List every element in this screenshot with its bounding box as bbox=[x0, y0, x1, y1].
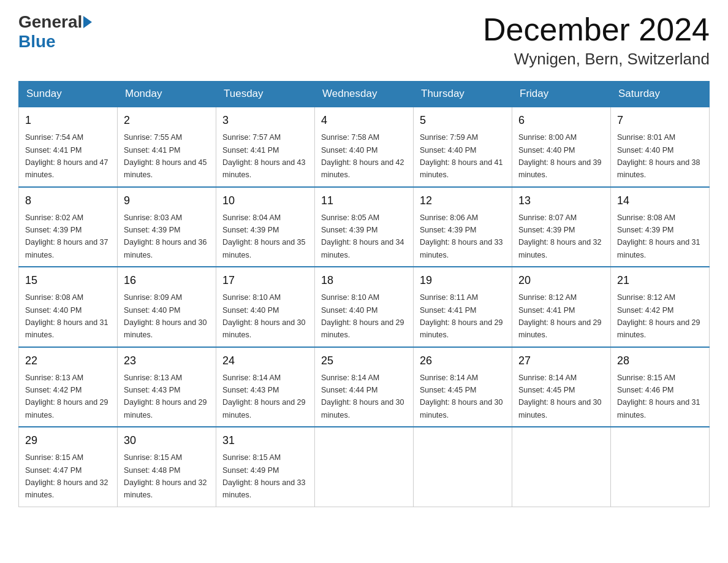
location-text: Wynigen, Bern, Switzerland bbox=[483, 50, 710, 69]
day-number: 28 bbox=[617, 353, 703, 369]
day-number: 15 bbox=[25, 272, 111, 289]
calendar-cell: 9 Sunrise: 8:03 AMSunset: 4:39 PMDayligh… bbox=[118, 187, 216, 267]
calendar-cell: 17 Sunrise: 8:10 AMSunset: 4:40 PMDaylig… bbox=[216, 267, 315, 347]
day-number: 27 bbox=[518, 353, 604, 369]
header-sunday: Sunday bbox=[19, 82, 118, 107]
day-info: Sunrise: 8:10 AMSunset: 4:40 PMDaylight:… bbox=[321, 293, 404, 339]
day-number: 17 bbox=[222, 272, 308, 289]
day-info: Sunrise: 8:15 AMSunset: 4:46 PMDaylight:… bbox=[617, 373, 700, 419]
day-info: Sunrise: 7:59 AMSunset: 4:40 PMDaylight:… bbox=[420, 133, 503, 179]
day-number: 12 bbox=[420, 193, 506, 209]
day-info: Sunrise: 8:04 AMSunset: 4:39 PMDaylight:… bbox=[222, 213, 306, 259]
calendar-cell: 21 Sunrise: 8:12 AMSunset: 4:42 PMDaylig… bbox=[611, 267, 710, 347]
calendar-cell: 20 Sunrise: 8:12 AMSunset: 4:41 PMDaylig… bbox=[512, 267, 611, 347]
month-title: December 2024 bbox=[483, 12, 710, 47]
calendar-cell: 27 Sunrise: 8:14 AMSunset: 4:45 PMDaylig… bbox=[512, 347, 611, 427]
day-number: 4 bbox=[321, 112, 407, 129]
header-saturday: Saturday bbox=[611, 82, 710, 107]
calendar-cell: 28 Sunrise: 8:15 AMSunset: 4:46 PMDaylig… bbox=[611, 347, 710, 427]
calendar-week-3: 15 Sunrise: 8:08 AMSunset: 4:40 PMDaylig… bbox=[19, 267, 710, 347]
day-number: 19 bbox=[420, 272, 506, 289]
day-info: Sunrise: 8:15 AMSunset: 4:49 PMDaylight:… bbox=[222, 453, 306, 499]
title-area: December 2024 Wynigen, Bern, Switzerland bbox=[483, 12, 710, 69]
calendar-cell bbox=[414, 427, 512, 507]
calendar-cell: 26 Sunrise: 8:14 AMSunset: 4:45 PMDaylig… bbox=[414, 347, 512, 427]
calendar-week-4: 22 Sunrise: 8:13 AMSunset: 4:42 PMDaylig… bbox=[19, 347, 710, 427]
calendar-cell: 11 Sunrise: 8:05 AMSunset: 4:39 PMDaylig… bbox=[315, 187, 414, 267]
header-tuesday: Tuesday bbox=[216, 82, 315, 107]
calendar-week-2: 8 Sunrise: 8:02 AMSunset: 4:39 PMDayligh… bbox=[19, 187, 710, 267]
day-info: Sunrise: 8:12 AMSunset: 4:41 PMDaylight:… bbox=[518, 293, 602, 339]
calendar-cell: 24 Sunrise: 8:14 AMSunset: 4:43 PMDaylig… bbox=[216, 347, 315, 427]
day-number: 16 bbox=[124, 272, 210, 289]
calendar-table: Sunday Monday Tuesday Wednesday Thursday… bbox=[18, 81, 710, 507]
calendar-week-5: 29 Sunrise: 8:15 AMSunset: 4:47 PMDaylig… bbox=[19, 427, 710, 507]
calendar-cell: 2 Sunrise: 7:55 AMSunset: 4:41 PMDayligh… bbox=[118, 107, 216, 187]
day-info: Sunrise: 8:06 AMSunset: 4:39 PMDaylight:… bbox=[420, 213, 503, 259]
day-info: Sunrise: 8:05 AMSunset: 4:39 PMDaylight:… bbox=[321, 213, 404, 259]
day-info: Sunrise: 8:14 AMSunset: 4:44 PMDaylight:… bbox=[321, 373, 404, 419]
day-number: 11 bbox=[321, 193, 407, 209]
calendar-cell: 23 Sunrise: 8:13 AMSunset: 4:43 PMDaylig… bbox=[118, 347, 216, 427]
logo-general-text: General bbox=[18, 12, 82, 32]
day-info: Sunrise: 8:13 AMSunset: 4:42 PMDaylight:… bbox=[25, 373, 108, 419]
calendar-cell: 31 Sunrise: 8:15 AMSunset: 4:49 PMDaylig… bbox=[216, 427, 315, 507]
calendar-cell: 4 Sunrise: 7:58 AMSunset: 4:40 PMDayligh… bbox=[315, 107, 414, 187]
day-info: Sunrise: 8:07 AMSunset: 4:39 PMDaylight:… bbox=[518, 213, 602, 259]
day-number: 29 bbox=[25, 432, 111, 449]
day-number: 18 bbox=[321, 272, 407, 289]
calendar-cell: 10 Sunrise: 8:04 AMSunset: 4:39 PMDaylig… bbox=[216, 187, 315, 267]
day-info: Sunrise: 8:09 AMSunset: 4:40 PMDaylight:… bbox=[124, 293, 207, 339]
calendar-cell: 22 Sunrise: 8:13 AMSunset: 4:42 PMDaylig… bbox=[19, 347, 118, 427]
calendar-cell: 29 Sunrise: 8:15 AMSunset: 4:47 PMDaylig… bbox=[19, 427, 118, 507]
day-number: 5 bbox=[420, 112, 506, 129]
day-info: Sunrise: 8:02 AMSunset: 4:39 PMDaylight:… bbox=[25, 213, 108, 259]
calendar-cell bbox=[512, 427, 611, 507]
day-info: Sunrise: 8:13 AMSunset: 4:43 PMDaylight:… bbox=[124, 373, 207, 419]
day-number: 25 bbox=[321, 353, 407, 369]
day-info: Sunrise: 8:12 AMSunset: 4:42 PMDaylight:… bbox=[617, 293, 700, 339]
day-info: Sunrise: 8:14 AMSunset: 4:45 PMDaylight:… bbox=[518, 373, 602, 419]
day-number: 14 bbox=[617, 193, 703, 209]
day-number: 13 bbox=[518, 193, 604, 209]
calendar-cell: 30 Sunrise: 8:15 AMSunset: 4:48 PMDaylig… bbox=[118, 427, 216, 507]
calendar-cell: 19 Sunrise: 8:11 AMSunset: 4:41 PMDaylig… bbox=[414, 267, 512, 347]
calendar-cell bbox=[315, 427, 414, 507]
calendar-header-row: Sunday Monday Tuesday Wednesday Thursday… bbox=[19, 82, 710, 107]
day-number: 24 bbox=[222, 353, 308, 369]
day-info: Sunrise: 8:15 AMSunset: 4:48 PMDaylight:… bbox=[124, 453, 207, 499]
day-number: 1 bbox=[25, 112, 111, 129]
day-info: Sunrise: 8:10 AMSunset: 4:40 PMDaylight:… bbox=[222, 293, 306, 339]
calendar-week-1: 1 Sunrise: 7:54 AMSunset: 4:41 PMDayligh… bbox=[19, 107, 710, 187]
calendar-cell: 13 Sunrise: 8:07 AMSunset: 4:39 PMDaylig… bbox=[512, 187, 611, 267]
calendar-cell: 3 Sunrise: 7:57 AMSunset: 4:41 PMDayligh… bbox=[216, 107, 315, 187]
day-number: 8 bbox=[25, 193, 111, 209]
day-info: Sunrise: 8:00 AMSunset: 4:40 PMDaylight:… bbox=[518, 133, 602, 179]
header-friday: Friday bbox=[512, 82, 611, 107]
calendar-cell bbox=[611, 427, 710, 507]
day-number: 20 bbox=[518, 272, 604, 289]
day-info: Sunrise: 7:57 AMSunset: 4:41 PMDaylight:… bbox=[222, 133, 306, 179]
calendar-cell: 1 Sunrise: 7:54 AMSunset: 4:41 PMDayligh… bbox=[19, 107, 118, 187]
page-header: General Blue December 2024 Wynigen, Bern… bbox=[18, 12, 710, 69]
logo-blue-text: Blue bbox=[18, 32, 56, 52]
header-thursday: Thursday bbox=[414, 82, 512, 107]
day-number: 26 bbox=[420, 353, 506, 369]
day-info: Sunrise: 8:03 AMSunset: 4:39 PMDaylight:… bbox=[124, 213, 207, 259]
day-info: Sunrise: 8:14 AMSunset: 4:43 PMDaylight:… bbox=[222, 373, 306, 419]
day-info: Sunrise: 8:14 AMSunset: 4:45 PMDaylight:… bbox=[420, 373, 503, 419]
calendar-cell: 14 Sunrise: 8:08 AMSunset: 4:39 PMDaylig… bbox=[611, 187, 710, 267]
day-number: 21 bbox=[617, 272, 703, 289]
day-info: Sunrise: 8:01 AMSunset: 4:40 PMDaylight:… bbox=[617, 133, 700, 179]
day-number: 23 bbox=[124, 353, 210, 369]
logo: General Blue bbox=[18, 12, 93, 52]
calendar-cell: 8 Sunrise: 8:02 AMSunset: 4:39 PMDayligh… bbox=[19, 187, 118, 267]
day-number: 2 bbox=[124, 112, 210, 129]
day-info: Sunrise: 8:08 AMSunset: 4:40 PMDaylight:… bbox=[25, 293, 108, 339]
day-number: 10 bbox=[222, 193, 308, 209]
day-info: Sunrise: 7:58 AMSunset: 4:40 PMDaylight:… bbox=[321, 133, 404, 179]
day-info: Sunrise: 7:55 AMSunset: 4:41 PMDaylight:… bbox=[124, 133, 207, 179]
day-number: 6 bbox=[518, 112, 604, 129]
calendar-cell: 18 Sunrise: 8:10 AMSunset: 4:40 PMDaylig… bbox=[315, 267, 414, 347]
day-number: 7 bbox=[617, 112, 703, 129]
